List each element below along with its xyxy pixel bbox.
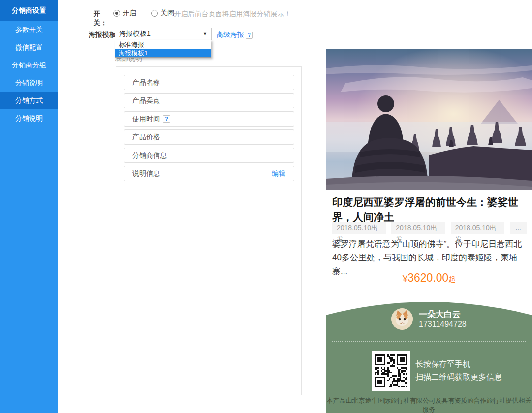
poster-title: 印度尼西亚婆罗浮屠的前世今生：婆娑世界，人间净土 [332,195,527,224]
poster-cover-photo [326,49,532,190]
sidebar-item-distribution-note[interactable]: 分销说明 [0,74,58,92]
dotted-divider [332,341,526,342]
field-note-info[interactable]: 说明信息 编辑 [124,166,294,181]
sidebar-item-distribution-note-2[interactable]: 分销说明 [0,109,58,127]
poster-preview: 印度尼西亚婆罗浮屠的前世今生：婆娑世界，人间净土 2018.05.10出发 20… [326,0,532,413]
field-usage-time-label: 使用时间 [132,115,160,124]
poster-template-label-text: 海报模板 [89,31,116,39]
poster-footer-disclaimer: 本产品由北京途牛国际旅行社有限公司及具有资质的合作旅行社提供相关服务 [326,396,532,413]
profile-text: 一朵大白云 17311494728 [419,309,467,329]
advanced-poster-link-wrap: 高级海报 ? [217,31,254,39]
dropdown-option-template1[interactable]: 海报模板1 [115,49,211,57]
distribution-settings-page: 分销商设置 参数开关 微信配置 分销商分组 分销说明 分销方式 分销说明 开关：… [0,0,532,413]
switch-row: 开关： 开启 关闭 *开启后前台页面将启用海报分销展示！ [58,9,324,19]
edit-link[interactable]: 编辑 [272,169,285,178]
advanced-poster-link[interactable]: 高级海报 [217,31,244,39]
sidebar-item-wechat-config[interactable]: 微信配置 [0,38,58,56]
qr-captions: 长按保存至手机 扫描二维码获取更多信息 [415,358,502,383]
radio-on-label: 开启 [123,9,136,18]
distributor-phone: 17311494728 [419,319,467,329]
template-select[interactable]: 海报模板1 ▼ [115,28,212,40]
qr-caption-line1: 长按保存至手机 [415,358,502,371]
radio-on[interactable]: 开启 [113,9,136,18]
price-suffix: 起 [448,275,455,283]
date-badge: 2018.05.10出发 [332,222,386,234]
qr-code [372,351,410,391]
switch-warning-text: *开启后前台页面将启用海报分销展示！ [171,10,291,19]
date-badge: 2018.05.10出发 [391,222,445,234]
price-currency: ¥ [403,273,408,284]
radio-off-circle-icon[interactable] [151,10,158,17]
qr-caption-line2: 扫描二维码获取更多信息 [415,371,502,383]
dropdown-option-standard[interactable]: 标准海报 [115,40,211,49]
distributor-name: 一朵大白云 [419,309,467,319]
radio-off[interactable]: 关闭 [151,9,174,18]
sidebar-item-param-switch[interactable]: 参数开关 [0,21,58,38]
template-select-value: 海报模板1 [119,30,203,38]
field-distributor-info-label: 分销商信息 [132,151,285,160]
template-fields-panel: 产品名称 产品卖点 使用时间 ? 产品价格 分销商信息 说明信息 编辑 [116,66,302,395]
sidebar-item-distribution-method[interactable]: 分销方式 [0,92,58,109]
advanced-poster-help-icon[interactable]: ? [246,32,253,39]
avatar [391,308,413,330]
date-badge: 2018.05.10出发 [451,222,504,234]
distributor-profile: 一朵大白云 17311494728 [391,308,467,330]
template-dropdown: 标准海报 海报模板1 [115,40,211,58]
date-badge-more: … [510,222,527,234]
usage-time-help-icon[interactable]: ? [163,115,170,123]
poster-price: ¥3620.00起 [326,271,532,285]
field-usage-time[interactable]: 使用时间 ? [124,111,294,127]
poster-contact-card: 一朵大白云 17311494728 长按保存至手机 扫描二维码获取更多信息 本产… [326,295,532,413]
field-product-price[interactable]: 产品价格 [124,129,294,145]
field-product-name-label: 产品名称 [132,78,285,87]
field-product-name[interactable]: 产品名称 [124,75,294,90]
sidebar: 分销商设置 参数开关 微信配置 分销商分组 分销说明 分销方式 分销说明 [0,0,58,413]
field-note-info-label: 说明信息 [132,169,272,178]
radio-on-circle-icon[interactable] [113,10,120,17]
sidebar-header: 分销商设置 [0,0,58,21]
field-product-price-label: 产品价格 [132,133,285,142]
cat-avatar-illustration [391,308,413,330]
field-product-sellpoint[interactable]: 产品卖点 [124,93,294,108]
sidebar-item-distributor-group[interactable]: 分销商分组 [0,56,58,74]
field-distributor-info[interactable]: 分销商信息 [124,148,294,163]
switch-label: 开关： [94,10,111,28]
poster-date-badges: 2018.05.10出发 2018.05.10出发 2018.05.10出发 … [332,222,532,234]
qr-code-image [375,354,407,387]
field-product-sellpoint-label: 产品卖点 [132,96,285,105]
chevron-down-icon: ▼ [203,32,207,36]
borobudur-photo-illustration [326,49,532,190]
price-value: 3620.00 [407,271,448,284]
